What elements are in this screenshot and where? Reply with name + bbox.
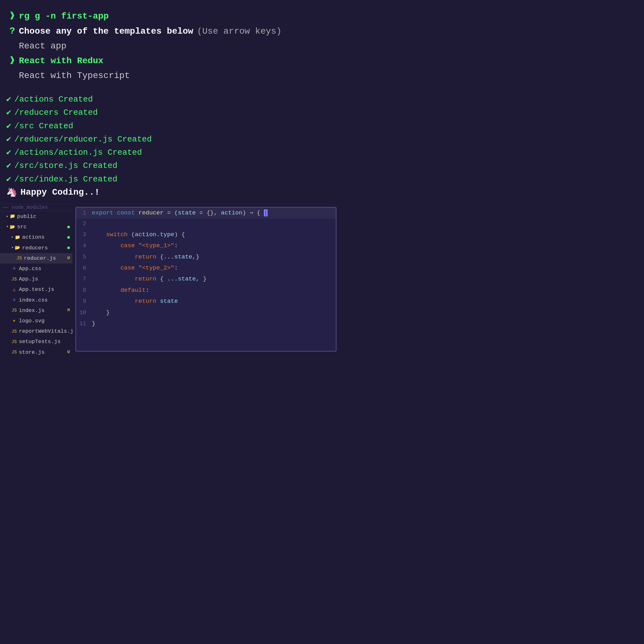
explorer-item-public[interactable]: ▸ 📁 public xyxy=(0,211,72,222)
check-icon-2: ✔ xyxy=(6,106,11,119)
explorer-label: public xyxy=(17,212,36,221)
badge-u: U xyxy=(67,255,70,262)
explorer-label-src: src xyxy=(17,223,27,231)
log-text-4: /reducers/reducer.js Created xyxy=(14,133,152,146)
code-line-11: 11 } xyxy=(76,318,336,329)
line-content-1: export const reducer = (state = {}, acti… xyxy=(92,208,336,218)
check-icon-7: ✔ xyxy=(6,173,11,186)
check-icon-1: ✔ xyxy=(6,93,11,106)
file-icon-logo: ✶ xyxy=(11,318,17,324)
command-line: ❱ rg g -n first-app xyxy=(9,9,330,23)
check-icon-3: ✔ xyxy=(6,120,11,132)
prompt-arrow: ❱ xyxy=(9,9,15,23)
file-icon-app-css: ≡ xyxy=(11,266,17,272)
code-line-5: 5 return {...state,} xyxy=(76,252,336,263)
code-line-3: 3 switch (action.type) { xyxy=(76,229,336,240)
log-text-2: /reducers Created xyxy=(14,106,98,119)
explorer-item-reducer-js[interactable]: JS reducer.js U xyxy=(0,253,72,264)
line-num-11: 11 xyxy=(76,319,92,329)
log-line-4: ✔ /reducers/reducer.js Created xyxy=(6,133,330,146)
explorer-item-store[interactable]: JS store.js U xyxy=(0,347,72,355)
chevron-icon-actions: ▸ xyxy=(11,234,14,240)
menu-item-react-app[interactable]: React app xyxy=(9,40,330,53)
line-content-7: return { ...state, } xyxy=(92,274,336,284)
line-num-1: 1 xyxy=(76,208,92,218)
line-num-6: 6 xyxy=(76,264,92,273)
explorer-item-index-js[interactable]: JS index.js M xyxy=(0,305,72,316)
explorer-item-app-css[interactable]: ≡ App.css xyxy=(0,264,72,274)
check-icon-6: ✔ xyxy=(6,159,11,172)
log-text-3: /src Created xyxy=(14,120,73,132)
file-icon-report: JS xyxy=(11,329,17,334)
line-num-8: 8 xyxy=(76,286,92,295)
line-num-10: 10 xyxy=(76,308,92,318)
code-line-7: 7 return { ...state, } xyxy=(76,274,336,285)
explorer-item-app-js[interactable]: JS App.js xyxy=(0,274,72,284)
explorer-item-index-css[interactable]: ≡ index.css xyxy=(0,295,72,305)
folder-icon: 📁 xyxy=(9,214,15,219)
code-line-10: 10 } xyxy=(76,307,336,318)
dot-actions xyxy=(67,236,70,239)
file-icon-setup: JS xyxy=(11,339,17,345)
file-icon-app-js: JS xyxy=(11,276,17,282)
log-text-5: /actions/action.js Created xyxy=(14,146,142,159)
explorer-label-logo: logo.svg xyxy=(19,317,45,325)
badge-m: M xyxy=(67,307,70,314)
prompt-question: ? xyxy=(9,25,15,38)
code-editor: 1 export const reducer = (state = {}, ac… xyxy=(75,207,336,352)
happy-line: 🦄 Happy Coding..! xyxy=(6,187,330,197)
explorer-item-reducers[interactable]: ▾ 📂 reducers xyxy=(0,243,72,253)
folder-icon-actions: 📁 xyxy=(14,235,20,240)
line-num-3: 3 xyxy=(76,230,92,240)
happy-emoji: 🦄 xyxy=(6,187,17,197)
code-line-1: 1 export const reducer = (state = {}, ac… xyxy=(76,208,336,219)
menu-item-react-redux[interactable]: ❱ React with Redux xyxy=(9,54,330,67)
explorer-label-reducers: reducers xyxy=(22,244,48,252)
log-text-6: /src/store.js Created xyxy=(14,159,118,172)
file-icon-index-js: JS xyxy=(11,308,17,313)
node-modules-hint: ── node_modules xyxy=(0,204,72,211)
explorer-label-app-js: App.js xyxy=(19,275,38,283)
explorer-label-index-js: index.js xyxy=(19,306,45,315)
code-line-6: 6 case "<type_2>": xyxy=(76,263,336,274)
folder-icon-src: 📂 xyxy=(9,224,15,230)
selected-arrow: ❱ xyxy=(9,54,15,67)
menu-item-react-ts[interactable]: React with Typescript xyxy=(9,69,330,82)
explorer-label-actions: actions xyxy=(22,233,44,241)
log-line-6: ✔ /src/store.js Created xyxy=(6,159,330,172)
explorer-item-src[interactable]: ▾ 📂 src xyxy=(0,222,72,232)
file-icon-index-css: ≡ xyxy=(11,297,17,303)
terminal-section: ❱ rg g -n first-app ? Choose any of the … xyxy=(0,0,340,87)
explorer-item-actions[interactable]: ▸ 📁 actions xyxy=(0,232,72,242)
log-line-5: ✔ /actions/action.js Created xyxy=(6,146,330,159)
log-text-1: /actions Created xyxy=(14,93,93,106)
file-icon-store: JS xyxy=(11,349,17,355)
line-content-4: case "<type_1>": xyxy=(92,241,336,251)
line-num-7: 7 xyxy=(76,275,92,284)
line-content-5: return {...state,} xyxy=(92,252,336,262)
explorer-label-store: store.js xyxy=(19,348,45,355)
explorer-label-app-css: App.css xyxy=(19,264,41,273)
line-content-11: } xyxy=(92,319,336,329)
explorer-item-report[interactable]: JS reportWebVitals.js xyxy=(0,326,72,336)
creation-log: ✔ /actions Created ✔ /reducers Created ✔… xyxy=(0,87,340,201)
explorer-label-report: reportWebVitals.js xyxy=(19,327,72,336)
line-num-5: 5 xyxy=(76,253,92,262)
line-num-2: 2 xyxy=(76,219,92,229)
explorer-label-reducer: reducer.js xyxy=(24,254,56,263)
badge-store-u: U xyxy=(67,349,70,355)
menu-item-label: React app xyxy=(19,41,66,51)
selected-label: React with Redux xyxy=(19,55,103,67)
explorer-label-setup: setupTests.js xyxy=(19,337,61,346)
log-line-1: ✔ /actions Created xyxy=(6,93,330,106)
log-line-7: ✔ /src/index.js Created xyxy=(6,173,330,186)
question-line: ? Choose any of the templates below (Use… xyxy=(9,25,330,38)
code-line-4: 4 case "<type_1>": xyxy=(76,240,336,251)
dot-reducers xyxy=(67,247,70,249)
log-line-2: ✔ /reducers Created xyxy=(6,106,330,119)
explorer-item-setup[interactable]: JS setupTests.js xyxy=(0,336,72,347)
question-main: Choose any of the templates below xyxy=(19,25,193,37)
explorer-item-logo-svg[interactable]: ✶ logo.svg xyxy=(0,316,72,326)
code-line-2: 2 xyxy=(76,219,336,229)
explorer-item-app-test[interactable]: △ App.test.js xyxy=(0,284,72,295)
